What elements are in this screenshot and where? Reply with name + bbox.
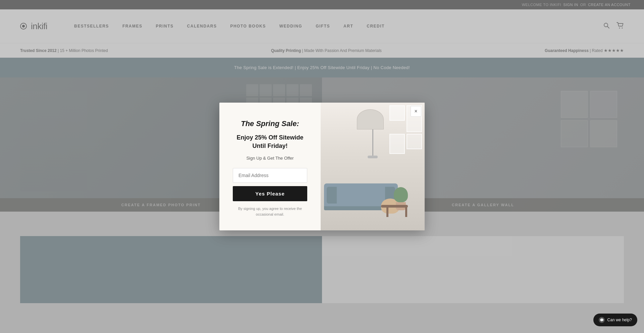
modal-fine-print: By signing up, you agree to receive the … [233, 206, 307, 217]
modal-title: The Spring Sale: [241, 119, 299, 128]
submit-button[interactable]: Yes Please [233, 186, 307, 201]
modal-image-right [321, 103, 425, 230]
close-icon: × [414, 108, 417, 114]
modal-subtitle: Enjoy 25% Off Sitewide Until Friday! [233, 133, 307, 150]
chat-widget[interactable]: 💬 Can we help? [593, 314, 637, 326]
modal-content-left: The Spring Sale: Enjoy 25% Off Sitewide … [219, 103, 321, 230]
modal: × The Spring Sale: Enjoy 25% Off Sitewid… [219, 103, 425, 230]
email-input[interactable] [233, 168, 307, 183]
chat-label: Can we help? [607, 318, 632, 322]
modal-description: Sign Up & Get The Offer [246, 156, 293, 161]
modal-overlay[interactable]: × The Spring Sale: Enjoy 25% Off Sitewid… [0, 0, 644, 333]
modal-close-button[interactable]: × [411, 106, 421, 117]
chat-icon: 💬 [599, 317, 605, 323]
room-illustration [321, 103, 425, 230]
